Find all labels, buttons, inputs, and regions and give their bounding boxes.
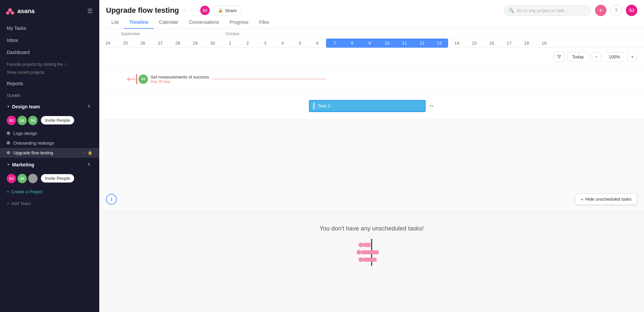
- task1-due-date: Due 20 Sep: [151, 80, 209, 84]
- sidebar-item-my-tasks[interactable]: My Tasks: [0, 22, 99, 34]
- tab-list[interactable]: List: [106, 16, 124, 29]
- day-26: 26: [134, 39, 152, 48]
- sidebar-item-dashboard[interactable]: Dashboard: [0, 46, 99, 58]
- day-13: 13: [431, 39, 448, 48]
- avatar-sj-1[interactable]: SJ: [7, 116, 16, 125]
- global-add-button[interactable]: +: [595, 5, 606, 16]
- task2-resize-handle[interactable]: ↔: [428, 102, 434, 109]
- project-logo-design[interactable]: Logo design: [0, 128, 99, 138]
- sidebar-header: asana ☰: [0, 0, 99, 22]
- project-favorite-star-icon[interactable]: ☆: [182, 7, 187, 14]
- svg-point-6: [357, 250, 361, 255]
- main-content: Upgrade flow testing ☆ ··· SJ 🔒 Share 🔍 …: [99, 0, 644, 312]
- timeline-days: 24 25 26 27 28 29 30 1 2 3 4 5 6 7 8 9 1…: [99, 39, 644, 48]
- svg-point-2: [11, 11, 14, 15]
- day-29: 29: [186, 39, 204, 48]
- svg-rect-7: [361, 250, 379, 254]
- share-button[interactable]: 🔒 Share: [213, 6, 242, 15]
- day-17: 17: [500, 39, 518, 48]
- day-14: 14: [448, 39, 466, 48]
- avatar-sj-marketing[interactable]: SJ: [7, 174, 16, 183]
- sidebar-item-reports[interactable]: Reports: [0, 78, 99, 89]
- global-toolbar: 🔍 Go to any project or task... + ? SJ: [504, 5, 637, 16]
- project-onboarding-redesign[interactable]: Onboarding redesign: [0, 138, 99, 148]
- project-lock-icon: 🔒: [88, 150, 93, 155]
- task1-info: Set measurements of success Due 20 Sep: [151, 74, 209, 84]
- day-25: 25: [117, 39, 134, 48]
- task2-bar[interactable]: Task 2: [309, 100, 426, 112]
- search-bar[interactable]: 🔍 Go to any project or task...: [504, 5, 591, 16]
- project-upgrade-actions: ··· 🔒: [83, 150, 93, 155]
- avatar-grey-marketing[interactable]: [28, 174, 38, 183]
- marketing-team-add-button[interactable]: +: [85, 161, 93, 168]
- logo-text: asana: [17, 8, 35, 15]
- unscheduled-section: You don't have any unscheduled tasks!: [99, 211, 644, 312]
- day-30: 30: [204, 39, 221, 48]
- day-16: 16: [483, 39, 500, 48]
- project-upgrade-flow[interactable]: Upgrade flow testing ··· 🔒: [0, 148, 99, 158]
- sidebar-item-inbox[interactable]: Inbox: [0, 34, 99, 46]
- create-project-plus-icon: +: [7, 189, 9, 194]
- filter-icon: [556, 54, 562, 59]
- day-12: 12: [413, 39, 431, 48]
- day-4: 4: [274, 39, 291, 48]
- teams-section-label: Teams: [0, 89, 99, 100]
- day-6: 6: [309, 39, 326, 48]
- tab-conversations[interactable]: Conversations: [183, 16, 224, 29]
- day-28: 28: [169, 39, 186, 48]
- timeline-header: September October 24 25 26 27 28 29 30 1…: [99, 29, 644, 48]
- show-recent-projects[interactable]: Show recent projects: [0, 69, 99, 78]
- zoom-out-button[interactable]: −: [592, 52, 602, 62]
- day-3: 3: [256, 39, 274, 48]
- task1-milestone-avatar[interactable]: 2d: [139, 74, 148, 84]
- share-lock-icon: 🔒: [218, 8, 223, 13]
- svg-point-1: [6, 11, 9, 15]
- project-user-avatar[interactable]: SJ: [200, 6, 210, 15]
- avatar-2d-1[interactable]: 2d: [17, 116, 27, 125]
- design-team-invite-button[interactable]: Invite People: [41, 116, 74, 124]
- zoom-in-button[interactable]: +: [627, 52, 637, 62]
- day-27: 27: [152, 39, 169, 48]
- sidebar: asana ☰ My Tasks Inbox Dashboard Favorit…: [0, 0, 99, 312]
- project-dot-upgrade: [7, 151, 10, 154]
- project-more-icon[interactable]: ···: [83, 150, 86, 155]
- topbar-row1: Upgrade flow testing ☆ ··· SJ 🔒 Share 🔍 …: [99, 0, 644, 16]
- create-project-button[interactable]: + Create a Project: [0, 187, 99, 197]
- task1-name[interactable]: Set measurements of success: [151, 74, 209, 80]
- project-dot-logo: [7, 132, 10, 135]
- project-more-options-icon[interactable]: ···: [191, 7, 197, 13]
- tab-files[interactable]: Files: [254, 16, 275, 29]
- today-button[interactable]: Today: [567, 52, 589, 62]
- avatar-2d-marketing[interactable]: 2d: [17, 174, 27, 183]
- asana-logo[interactable]: asana: [5, 6, 35, 16]
- timeline-filter-button[interactable]: [554, 51, 565, 62]
- svg-rect-9: [363, 258, 377, 262]
- search-icon: 🔍: [509, 8, 514, 13]
- marketing-team-invite-button[interactable]: Invite People: [41, 174, 74, 183]
- marketing-team-chevron-icon: ▼: [7, 163, 10, 166]
- sidebar-collapse-button[interactable]: ☰: [86, 6, 94, 16]
- global-user-avatar[interactable]: SJ: [626, 5, 637, 16]
- favorite-hint: Favorite projects by clicking the ☆: [0, 58, 99, 69]
- day-5: 5: [291, 39, 309, 48]
- add-team-button[interactable]: + Add Team: [0, 198, 99, 209]
- chevron-down-icon: »: [581, 197, 583, 202]
- tab-timeline[interactable]: Timeline: [124, 16, 154, 29]
- design-team-add-button[interactable]: +: [85, 103, 93, 110]
- overdue-arrow-icon: [126, 76, 136, 83]
- gantt-svg: [352, 239, 392, 266]
- timeline-info-button[interactable]: ℹ: [106, 194, 117, 205]
- day-11: 11: [396, 39, 413, 48]
- tab-progress[interactable]: Progress: [224, 16, 254, 29]
- hide-unscheduled-button[interactable]: » Hide unscheduled tasks: [575, 194, 637, 205]
- global-help-button[interactable]: ?: [610, 5, 622, 16]
- tab-calendar[interactable]: Calendar: [154, 16, 183, 29]
- avatar-2d-2[interactable]: 2d: [28, 116, 38, 125]
- marketing-team-header[interactable]: ▼ Marketing +: [0, 158, 99, 172]
- asana-logo-icon: [5, 6, 15, 16]
- timeline-content: 2d Set measurements of success Due 20 Se…: [99, 66, 644, 211]
- timeline-months: September October: [99, 29, 644, 39]
- month-september: September: [117, 32, 221, 38]
- inbox-label: Inbox: [7, 38, 18, 43]
- design-team-header[interactable]: ▼ Design team +: [0, 100, 99, 114]
